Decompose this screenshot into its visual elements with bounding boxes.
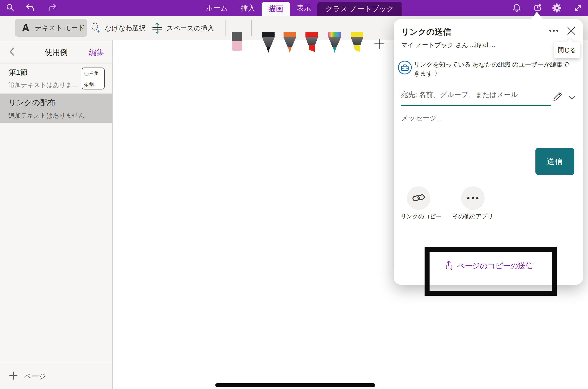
recipient-underline [401, 105, 551, 106]
send-link-dialog: リンクの送信 マイ ノートブック さん ...ity of ... 閉じる リン… [394, 19, 583, 285]
sidebar-header: 使用例 編集 [0, 40, 112, 64]
search-icon[interactable] [5, 2, 16, 13]
page-title: 第1節 [8, 67, 28, 78]
pen-band [262, 32, 275, 37]
ribbon-tabs: ホーム 挿入 描画 表示 クラス ノートブック [199, 0, 402, 16]
plus-icon [373, 38, 385, 50]
text-mode-label: テキスト モード [35, 23, 85, 32]
recipient-input[interactable] [401, 89, 549, 100]
thumbnail-handwriting: 余割. [84, 81, 96, 88]
pen-nib [309, 45, 315, 52]
send-button-label: 送信 [547, 156, 563, 167]
page-list-sidebar: 使用例 編集 第1節 追加テキストはありま… 〇三角 余割. リンクの配布 追加… [0, 40, 113, 389]
page-subtitle: 追加テキストはありません [8, 111, 85, 120]
text-mode-button[interactable]: A テキスト モード [15, 19, 87, 37]
text-mode-a-icon: A [22, 23, 29, 33]
divider [0, 123, 112, 123]
send-page-copy-button[interactable]: ページのコピーの送信 [394, 260, 583, 272]
settings-gear-icon[interactable] [551, 2, 562, 13]
send-button[interactable]: 送信 [535, 148, 574, 175]
close-icon[interactable] [564, 23, 579, 38]
insert-space-icon [151, 22, 163, 34]
dialog-title: リンクの送信 [401, 26, 451, 38]
message-input[interactable] [401, 113, 549, 124]
undo-icon[interactable] [25, 2, 36, 13]
tab-insert[interactable]: 挿入 [234, 0, 262, 16]
edit-button[interactable]: 編集 [89, 47, 104, 58]
eraser-tool[interactable] [232, 32, 242, 51]
divider [0, 362, 112, 362]
insert-space-button[interactable]: スペースの挿入 [151, 16, 214, 40]
share-page-copy-icon [444, 260, 454, 272]
link-icon [412, 193, 425, 203]
plus-icon [9, 371, 18, 380]
more-apps-button[interactable] [461, 186, 485, 210]
pen-cone [284, 37, 296, 47]
more-apps-label: その他のアプリ [445, 213, 500, 220]
thumbnail-handwriting: 〇三角 [84, 70, 99, 77]
tab-class-notebook[interactable]: クラス ノートブック [317, 2, 402, 16]
pen-cone [351, 37, 363, 45]
page-list-item-selected[interactable]: リンクの配布 追加テキストはありません [0, 94, 112, 123]
close-tooltip-label: 閉じる [558, 46, 576, 54]
send-page-copy-label: ページのコピーの送信 [457, 261, 533, 271]
insert-space-label: スペースの挿入 [166, 24, 214, 33]
orange-pen-tool[interactable] [282, 32, 297, 54]
eraser-icon [232, 32, 242, 41]
pen-band [284, 32, 296, 37]
add-page-label: ページ [24, 372, 46, 382]
pen-nib [288, 47, 292, 53]
pen-band [351, 32, 363, 37]
red-highlighter-tool[interactable] [304, 32, 319, 54]
pen-cone [262, 37, 275, 47]
yellow-highlighter-tool[interactable] [349, 32, 365, 54]
chevron-down-icon[interactable] [568, 93, 576, 102]
toolbar-divider [251, 20, 252, 36]
lasso-icon [90, 23, 101, 34]
pen-band [328, 32, 341, 37]
tab-draw[interactable]: 描画 [262, 2, 290, 16]
pen-cone [328, 37, 341, 47]
pen-cone [305, 37, 318, 45]
pen-nib [354, 45, 360, 52]
pen-nib [267, 47, 270, 53]
copy-link-button[interactable] [407, 186, 430, 210]
organization-briefcase-icon [398, 60, 412, 75]
notifications-bell-icon[interactable] [511, 2, 522, 13]
close-tooltip: 閉じる [554, 42, 580, 58]
toolbar-divider [225, 20, 226, 36]
rainbow-galaxy-pen-tool[interactable] [327, 32, 342, 54]
top-app-bar: ホーム 挿入 描画 表示 クラス ノートブック [0, 0, 588, 16]
black-pen-tool[interactable] [261, 32, 276, 54]
page-list-item[interactable]: 第1節 追加テキストはありま… 〇三角 余割. [0, 64, 112, 93]
more-options-icon[interactable] [546, 23, 561, 38]
redo-icon[interactable] [46, 2, 57, 13]
pen-band [305, 32, 318, 37]
ellipsis-icon [466, 196, 479, 201]
dialog-subtitle: マイ ノートブック さん ...ity of ... [401, 41, 495, 49]
pen-nib [333, 47, 336, 53]
tab-home[interactable]: ホーム [199, 0, 234, 16]
edit-pencil-icon[interactable] [552, 91, 564, 102]
page-thumbnail: 〇三角 余割. [82, 68, 105, 89]
onenote-app: ホーム 挿入 描画 表示 クラス ノートブック [0, 0, 588, 389]
eraser-tip [232, 41, 242, 51]
add-page-button[interactable]: ページ [0, 368, 112, 383]
fullscreen-expand-icon[interactable] [573, 2, 584, 13]
page-title: リンクの配布 [8, 97, 56, 108]
link-permission-setting[interactable]: リンクを知っている あなたの組織 のユーザーが編集できます 〉 [414, 60, 569, 78]
dialog-callout-arrow [531, 12, 543, 19]
copy-link-label: リンクのコピー [394, 213, 448, 220]
page-subtitle: 追加テキストはありま… [8, 81, 78, 89]
tab-view[interactable]: 表示 [290, 0, 317, 16]
lasso-select-label: なげなわ選択 [105, 24, 146, 33]
lasso-select-button[interactable]: なげなわ選択 [90, 16, 146, 40]
add-pen-button[interactable] [373, 38, 385, 50]
home-indicator-bar[interactable] [215, 383, 375, 387]
